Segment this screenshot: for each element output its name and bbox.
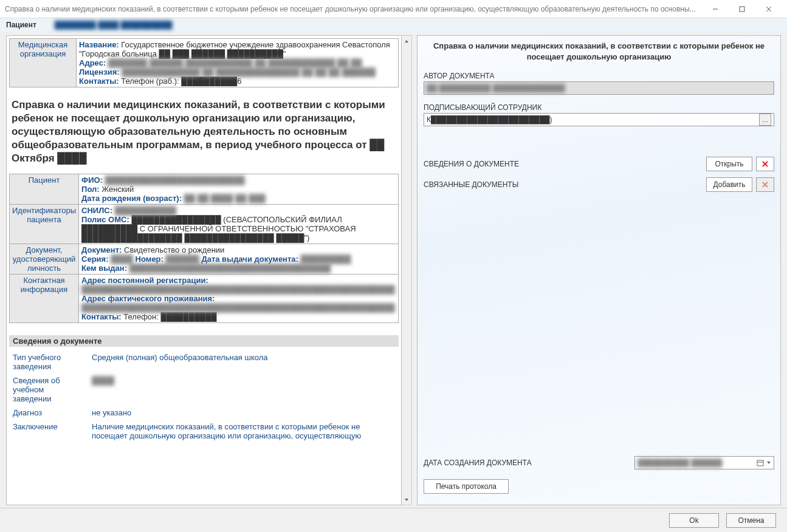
snils-label: СНИЛС:: [81, 206, 112, 215]
author-value: ██ ██████████ ██████████████: [427, 84, 565, 92]
patient-name-value: ████████ ████ ██████████: [55, 21, 173, 29]
scroll-down-button[interactable]: [402, 494, 411, 505]
patient-label: Пациент: [6, 21, 36, 29]
reg-label: Адрес постоянной регистрации:: [81, 276, 208, 285]
docinfo-diag-label: Диагноз: [9, 406, 88, 420]
form-panel: Справка о наличии медицинских показаний,…: [417, 35, 781, 505]
patient-bar: Пациент ████████ ████ ██████████: [0, 18, 787, 32]
window-title: Справка о наличии медицинских показаний,…: [5, 5, 702, 13]
docinfo-table: Тип учебного заведенияСредняя (полная) о…: [9, 350, 399, 443]
form-title: Справка о наличии медицинских показаний,…: [424, 41, 774, 62]
iddoc-date-label: Дата выдачи документа:: [201, 254, 298, 264]
snils-value: ███████████: [115, 206, 176, 215]
date-label: ДАТА СОЗДАНИЯ ДОКУМЕНТА: [424, 459, 532, 467]
fact-value: ████████████████████████████████████████…: [81, 303, 395, 312]
document-title: Справка о наличии медицинских показаний,…: [9, 87, 399, 174]
footer: Ok Отмена: [0, 508, 787, 532]
patient-side-label: Пациент: [10, 174, 79, 205]
docinfo-header: Сведения о документе: [9, 335, 399, 347]
org-lic-value: ██████████████ ██ ███████████████ ██ ██ …: [122, 67, 376, 77]
sex-label: Пол:: [81, 185, 100, 194]
ids-side-label: Идентификаторы пациента: [10, 205, 79, 244]
oms-label: Полис ОМС:: [81, 215, 129, 224]
add-button[interactable]: Добавить: [706, 177, 752, 192]
svg-marker-12: [767, 462, 771, 464]
open-button[interactable]: Открыть: [706, 157, 752, 171]
date-row: ДАТА СОЗДАНИЯ ДОКУМЕНТА ██████████ █████…: [424, 456, 774, 469]
iddoc-date-value: █████████: [301, 254, 351, 264]
chevron-down-icon: [766, 460, 771, 465]
scroll-up-button[interactable]: [402, 36, 411, 46]
fact-label: Адрес фактического проживания:: [81, 294, 215, 303]
window-titlebar: Справка о наличии медицинских показаний,…: [0, 0, 787, 18]
ok-button[interactable]: Ok: [669, 513, 719, 528]
print-protocol-button[interactable]: Печать протокола: [424, 479, 509, 494]
maximize-button[interactable]: [729, 0, 755, 18]
signer-input[interactable]: К███████████████████████) …: [424, 113, 774, 126]
docinfo-school-label: Сведения об учебном заведении: [9, 373, 88, 406]
svg-rect-1: [740, 7, 744, 12]
patient-table: Пациент ФИО: █████████████████████████ П…: [9, 174, 399, 323]
fio-value: █████████████████████████: [105, 176, 245, 185]
main-area: Медицинская организация Название: Госуда…: [0, 32, 787, 505]
author-input: ██ ██████████ ██████████████: [424, 81, 774, 95]
iddoc-issuer-value: ████████████████████████████████████: [129, 264, 331, 273]
document-preview-panel: Медицинская организация Название: Госуда…: [6, 35, 402, 505]
org-side-label: Медицинская организация: [10, 39, 77, 87]
minimize-button[interactable]: [702, 0, 729, 18]
delete-docprops-button[interactable]: [756, 157, 774, 171]
iddoc-num-value: ██████: [166, 254, 199, 264]
reg-value: ████████████████████████████████████████…: [81, 285, 395, 294]
org-contacts-value: Телефон (раб.): ██████████6: [121, 77, 241, 86]
contacts-value: Телефон: ██████████: [123, 312, 216, 321]
docinfo-school-value: ████: [92, 376, 114, 385]
svg-marker-5: [405, 499, 408, 501]
iddoc-num-label: Номер:: [136, 254, 163, 264]
cancel-button[interactable]: Отмена: [726, 513, 776, 528]
author-label: АВТОР ДОКУМЕНТА: [424, 72, 774, 80]
iddoc-doc-label: Документ:: [81, 245, 122, 254]
delete-linked-button[interactable]: [756, 177, 774, 192]
dob-value: ██ ██ ████ ██ ███: [184, 194, 266, 203]
org-lic-label: Лицензия:: [79, 67, 120, 77]
iddoc-ser-value: ████: [111, 254, 133, 264]
docinfo-diag-value: не указано: [88, 406, 399, 420]
svg-rect-10: [757, 460, 763, 466]
docinfo-type-value: Средняя (полная) общеобразовательная шко…: [88, 350, 399, 373]
dob-label: Дата рождения (возраст):: [81, 194, 182, 203]
signer-label: ПОДПИСЫВАЮЩИЙ СОТРУДНИК: [424, 103, 774, 112]
contact-side-label: Контактная информация: [10, 275, 79, 323]
date-input[interactable]: ██████████ ██████: [634, 456, 774, 469]
signer-picker-button[interactable]: …: [759, 114, 771, 126]
org-addr-label: Адрес:: [79, 58, 106, 67]
svg-marker-4: [405, 40, 408, 43]
delete-icon: [761, 160, 769, 168]
delete-icon: [761, 181, 769, 188]
docinfo-type-label: Тип учебного заведения: [9, 350, 88, 373]
docinfo-concl-label: Заключение: [9, 420, 88, 443]
org-table: Медицинская организация Название: Госуда…: [9, 38, 399, 87]
contacts-label: Контакты:: [81, 312, 122, 321]
org-contacts-label: Контакты:: [79, 77, 119, 86]
org-name-value: Государственное бюджетное учреждение здр…: [79, 40, 390, 58]
org-addr-value: ███████ ██████ ████████████ ██ █████████…: [108, 58, 362, 67]
iddoc-doc-value: Свидетельство о рождении: [124, 245, 224, 254]
fio-label: ФИО:: [81, 176, 103, 185]
signer-value: К███████████████████████): [427, 115, 552, 124]
docinfo-concl-value: Наличие медицинских показаний, в соответ…: [88, 420, 399, 443]
preview-scrollbar[interactable]: [402, 35, 412, 505]
org-name-label: Название:: [79, 40, 119, 49]
docprops-label: СВЕДЕНИЯ О ДОКУМЕНТЕ: [424, 160, 519, 168]
date-value: ██████████ ██████: [638, 459, 757, 467]
close-button[interactable]: [755, 0, 782, 18]
iddoc-ser-label: Серия:: [81, 254, 108, 264]
calendar-icon: [757, 459, 764, 466]
iddoc-issuer-label: Кем выдан:: [81, 264, 127, 273]
iddoc-side-label: Документ, удостоверяющий личность: [10, 244, 79, 275]
linked-label: СВЯЗАННЫЕ ДОКУМЕНТЫ: [424, 180, 518, 189]
sex-value: Женский: [101, 185, 134, 194]
